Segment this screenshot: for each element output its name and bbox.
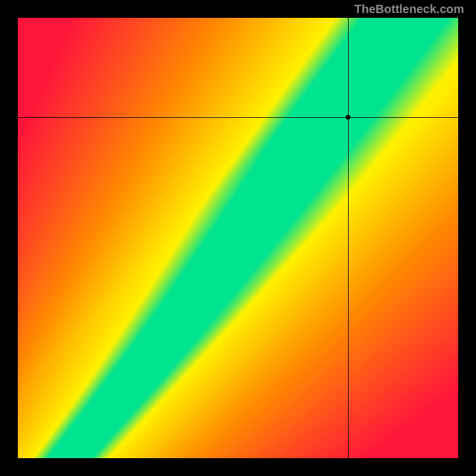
crosshair-vertical	[348, 18, 349, 458]
watermark-text: TheBottleneck.com	[355, 2, 464, 16]
crosshair-marker-dot	[346, 115, 350, 120]
bottleneck-heatmap	[18, 18, 458, 458]
heatmap-canvas	[18, 18, 458, 458]
crosshair-horizontal	[18, 117, 458, 118]
